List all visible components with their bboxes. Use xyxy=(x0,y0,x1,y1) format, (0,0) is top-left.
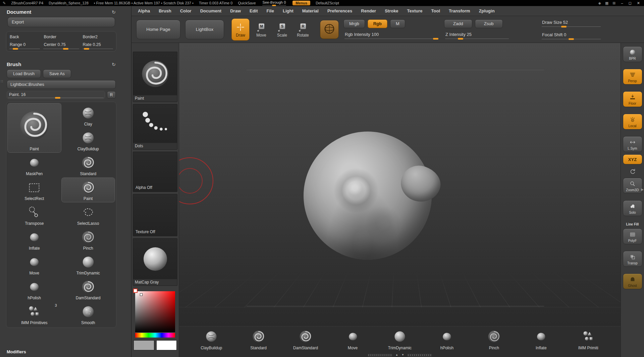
slider-handle[interactable] xyxy=(569,38,574,40)
slider-handle[interactable] xyxy=(561,26,567,28)
hue-strip[interactable] xyxy=(135,333,175,338)
z-intensity-slider[interactable]: Z Intensity 25 xyxy=(444,31,510,40)
right-tray-l-sym-button[interactable]: L.Sym xyxy=(623,136,642,152)
brush-tile-hpolish[interactable]: hPolish xyxy=(8,277,61,301)
brush-tile-selectrect[interactable]: SelectRect xyxy=(8,178,61,202)
brush-tile-imm-primitives[interactable]: 3IMM Primitives xyxy=(8,302,61,326)
texture-well[interactable]: Texture Off xyxy=(133,194,177,236)
brush-tile-damstandard[interactable]: DamStandard xyxy=(62,277,115,301)
home-page-button[interactable]: Home Page xyxy=(136,20,180,39)
menus-toggle[interactable]: Menus xyxy=(292,1,310,5)
alpha-well[interactable]: Alpha Off xyxy=(133,152,177,192)
menu-item-draw[interactable]: Draw xyxy=(226,7,245,14)
brush-tile-clay[interactable]: Clay xyxy=(62,103,115,128)
shelf-brush-hpolish[interactable]: hPolish xyxy=(426,329,467,350)
scroll-hatch-right[interactable] xyxy=(408,354,432,356)
menu-item-alpha[interactable]: Alpha xyxy=(134,7,154,14)
lightbox-brushes-button[interactable]: Lightbox□Brushes xyxy=(7,80,116,89)
scroll-down-icon[interactable] xyxy=(401,354,404,356)
menu-item-material[interactable]: Material xyxy=(299,7,322,14)
menu-item-zplugin[interactable]: Zplugin xyxy=(475,7,498,14)
close-button[interactable]: ✕ xyxy=(637,1,640,5)
slider-handle[interactable] xyxy=(84,48,89,50)
menu-item-color[interactable]: Color xyxy=(176,7,195,14)
maximize-button[interactable]: ◻ xyxy=(629,1,632,5)
menu-item-stroke[interactable]: Stroke xyxy=(381,7,402,14)
rgb-button[interactable]: Rgb xyxy=(368,19,387,28)
center-slider[interactable]: Center 0.75 xyxy=(42,42,80,50)
brush-size-slider[interactable]: Paint. 16 xyxy=(7,91,105,99)
brush-tile-trimdynamic[interactable]: TrimDynamic xyxy=(62,252,115,276)
current-material-button[interactable] xyxy=(320,20,339,39)
rgb-intensity-slider[interactable]: Rgb Intensity 100 xyxy=(343,31,439,40)
slider-handle[interactable] xyxy=(458,38,463,40)
new-window-icon[interactable] xyxy=(612,1,615,5)
see-through-slider[interactable]: See-through 0 xyxy=(261,0,287,6)
scroll-hatch-left[interactable] xyxy=(368,354,392,356)
menu-item-tool[interactable]: Tool xyxy=(428,7,444,14)
shelf-brush-inflate[interactable]: Inflate xyxy=(521,329,561,350)
m-button[interactable]: M xyxy=(390,19,405,28)
menu-item-preferences[interactable]: Preferences xyxy=(324,7,356,14)
focal-shift-slider[interactable]: Focal Shift 0 xyxy=(541,32,602,40)
material-well[interactable]: MatCap Gray xyxy=(133,238,177,286)
slider-handle[interactable] xyxy=(63,48,68,50)
expand-right-tray-arrow[interactable] xyxy=(641,188,644,191)
rate-slider[interactable]: Rate 0.25 xyxy=(82,42,114,50)
save-as-button[interactable]: Save As xyxy=(43,69,71,78)
shelf-brush-imm-primiti[interactable]: IMM Primiti xyxy=(568,329,609,350)
brush-tile-selectlasso[interactable]: SelectLasso xyxy=(62,203,115,227)
picker-handle[interactable] xyxy=(140,293,143,296)
brush-panel-header[interactable]: Brush xyxy=(6,60,116,69)
main-color-swatch[interactable] xyxy=(156,340,177,350)
brush-tile-paint[interactable]: Paint xyxy=(8,103,61,152)
drag-handle-icon[interactable] xyxy=(1,79,3,84)
menu-item-texture[interactable]: Texture xyxy=(404,7,426,14)
right-tray-solo-button[interactable]: Solo xyxy=(623,200,642,216)
zsub-button[interactable]: Zsub xyxy=(475,19,503,28)
menu-item-file[interactable]: File xyxy=(263,7,278,14)
scale-mode-button[interactable]: SScale xyxy=(273,18,291,41)
brush-tile-paint[interactable]: Paint xyxy=(62,178,115,202)
brush-tile-move[interactable]: Move xyxy=(8,252,61,276)
saturation-value-area[interactable] xyxy=(135,291,175,332)
menu-item-brush[interactable]: Brush xyxy=(155,7,175,14)
draw-size-slider[interactable]: Draw Size 52 xyxy=(541,19,602,28)
brush-tile-claybuildup[interactable]: ClayBuildup xyxy=(62,128,115,152)
grid-icon[interactable] xyxy=(605,1,608,5)
zadd-button[interactable]: Zadd xyxy=(444,19,472,28)
export-button[interactable]: Export xyxy=(7,17,115,27)
shelf-brush-pinch[interactable]: Pinch xyxy=(474,329,515,350)
sculpt-mesh-sphere[interactable] xyxy=(304,132,432,260)
right-tray-spin-icon-button[interactable] xyxy=(623,167,642,175)
border-button[interactable]: Border xyxy=(42,33,80,41)
menu-item-edit[interactable]: Edit xyxy=(246,7,262,14)
secondary-color-swatch[interactable] xyxy=(133,340,154,350)
range-slider[interactable]: Range 0 xyxy=(8,42,41,50)
active-brush-well[interactable]: Paint xyxy=(133,52,177,102)
color-picker[interactable] xyxy=(133,289,177,338)
right-tray-persp-button[interactable]: Persp xyxy=(623,69,642,85)
back-button[interactable]: Back xyxy=(8,33,41,41)
swap-icon[interactable] xyxy=(598,1,601,5)
r-reset-button[interactable]: R xyxy=(107,91,116,99)
menu-item-light[interactable]: Light xyxy=(279,7,297,14)
menu-item-render[interactable]: Render xyxy=(357,7,380,14)
active-stroke-well[interactable]: Dots xyxy=(133,104,177,150)
slider-handle[interactable] xyxy=(433,38,438,40)
lightbox-button[interactable]: LightBox xyxy=(185,20,224,39)
brush-tile-standard[interactable]: Standard xyxy=(62,153,115,177)
move-mode-button[interactable]: MMove xyxy=(252,18,270,41)
shelf-brush-trimdynamic[interactable]: TrimDynamic xyxy=(379,329,420,350)
right-tray-xyz-button[interactable]: XYZ xyxy=(623,154,642,164)
load-brush-button[interactable]: Load Brush xyxy=(7,69,41,78)
scroll-up-icon[interactable] xyxy=(395,354,398,356)
document-panel-header[interactable]: Document xyxy=(6,7,116,16)
shelf-brush-claybuildup[interactable]: ClayBuildup xyxy=(191,329,232,350)
right-tray-local-button[interactable]: Local xyxy=(623,114,642,130)
slider-handle[interactable] xyxy=(272,5,276,6)
brush-tile-maskpen[interactable]: MaskPen xyxy=(8,153,61,177)
shelf-brush-standard[interactable]: Standard xyxy=(238,329,279,350)
menu-item-document[interactable]: Document xyxy=(197,7,225,14)
draw-mode-button[interactable]: Draw xyxy=(231,18,250,41)
